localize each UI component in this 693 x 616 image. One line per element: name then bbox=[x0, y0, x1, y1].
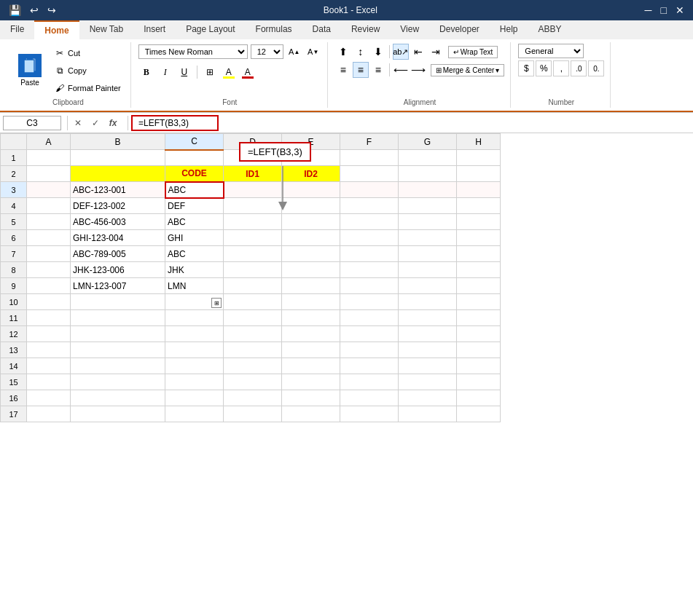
col-header-f[interactable]: F bbox=[340, 134, 399, 150]
cell-a7[interactable] bbox=[27, 246, 71, 262]
cell-c6[interactable]: GHI bbox=[165, 230, 224, 246]
col-header-e[interactable]: E bbox=[282, 134, 340, 150]
fill-color-button[interactable]: A bbox=[221, 64, 237, 80]
cell-d4[interactable] bbox=[224, 198, 282, 214]
cell-d7[interactable] bbox=[224, 246, 282, 262]
insert-function-button[interactable]: fx bbox=[106, 116, 120, 130]
col-header-g[interactable]: G bbox=[399, 134, 457, 150]
cell-a6[interactable] bbox=[27, 230, 71, 246]
border-button[interactable]: ⊞ bbox=[202, 64, 218, 80]
col-header-h[interactable]: H bbox=[457, 134, 501, 150]
cell-b3[interactable]: ABC-123-001 bbox=[71, 182, 165, 198]
text-direction-button[interactable]: ab↗ bbox=[393, 44, 409, 60]
tab-abby[interactable]: ABBY bbox=[528, 20, 572, 39]
cell-h1[interactable] bbox=[457, 150, 501, 166]
cell-h5[interactable] bbox=[457, 214, 501, 230]
cell-e10[interactable] bbox=[282, 294, 340, 310]
decrease-decimal-button[interactable]: 0. bbox=[588, 60, 604, 76]
copy-button[interactable]: ⧉ Copy bbox=[50, 63, 125, 79]
cell-b5[interactable]: ABC-456-003 bbox=[71, 214, 165, 230]
tab-page-layout[interactable]: Page Layout bbox=[176, 20, 245, 39]
align-right-button[interactable]: ≡ bbox=[370, 62, 386, 78]
align-top-button[interactable]: ⬆ bbox=[335, 44, 351, 60]
number-format-select[interactable]: General bbox=[518, 44, 584, 58]
cell-h10[interactable] bbox=[457, 294, 501, 310]
autofill-icon[interactable]: ⊞ bbox=[211, 298, 222, 308]
cell-e2[interactable]: ID2 bbox=[282, 166, 340, 182]
indent-decrease-button[interactable]: ⇤ bbox=[410, 44, 426, 60]
cell-f1[interactable] bbox=[340, 150, 399, 166]
cell-d1[interactable] bbox=[224, 150, 282, 166]
cell-c2[interactable]: CODE bbox=[165, 166, 224, 182]
cell-c10[interactable]: ⊞ bbox=[165, 294, 224, 310]
outdent-button[interactable]: ⟵ bbox=[393, 62, 409, 78]
cell-a2[interactable] bbox=[27, 166, 71, 182]
tab-data[interactable]: Data bbox=[302, 20, 341, 39]
tab-formulas[interactable]: Formulas bbox=[246, 20, 302, 39]
cell-f9[interactable] bbox=[340, 278, 399, 294]
cut-button[interactable]: ✂ Cut bbox=[50, 45, 125, 61]
redo-button[interactable]: ↪ bbox=[44, 3, 59, 17]
cell-c5[interactable]: ABC bbox=[165, 214, 224, 230]
align-bottom-button[interactable]: ⬇ bbox=[370, 44, 386, 60]
cell-c8[interactable]: JHK bbox=[165, 262, 224, 278]
tab-new-tab[interactable]: New Tab bbox=[79, 20, 133, 39]
dollar-button[interactable]: $ bbox=[518, 60, 534, 76]
align-left-button[interactable]: ≡ bbox=[335, 62, 351, 78]
cell-c1[interactable] bbox=[165, 150, 224, 166]
cell-g7[interactable] bbox=[399, 246, 457, 262]
cell-g6[interactable] bbox=[399, 230, 457, 246]
cell-d5[interactable] bbox=[224, 214, 282, 230]
cell-g4[interactable] bbox=[399, 198, 457, 214]
align-center-button[interactable]: ≡ bbox=[353, 62, 369, 78]
name-box[interactable] bbox=[3, 116, 61, 130]
cell-g3[interactable] bbox=[399, 182, 457, 198]
save-button[interactable]: 💾 bbox=[6, 3, 24, 17]
spreadsheet-container[interactable]: A B C D E F G H 1 bbox=[0, 133, 693, 616]
merge-dropdown-icon[interactable]: ▾ bbox=[496, 66, 499, 74]
cell-b6[interactable]: GHI-123-004 bbox=[71, 230, 165, 246]
tab-insert[interactable]: Insert bbox=[133, 20, 176, 39]
cell-g8[interactable] bbox=[399, 262, 457, 278]
tab-home[interactable]: Home bbox=[34, 20, 79, 39]
cell-h6[interactable] bbox=[457, 230, 501, 246]
rtl-button[interactable]: ⟶ bbox=[410, 62, 426, 78]
cell-e8[interactable] bbox=[282, 262, 340, 278]
col-header-d[interactable]: D bbox=[224, 134, 282, 150]
cell-c3[interactable]: ABC bbox=[165, 182, 224, 198]
cell-g1[interactable] bbox=[399, 150, 457, 166]
formula-input[interactable]: =LEFT(B3,3) bbox=[131, 115, 219, 131]
font-grow-button[interactable]: A▲ bbox=[286, 44, 302, 60]
merge-center-button[interactable]: ⊞ Merge & Center ▾ bbox=[431, 64, 505, 76]
underline-button[interactable]: U bbox=[176, 64, 192, 80]
align-middle-button[interactable]: ↕ bbox=[353, 44, 369, 60]
cell-f6[interactable] bbox=[340, 230, 399, 246]
cell-h4[interactable] bbox=[457, 198, 501, 214]
cell-a3[interactable] bbox=[27, 182, 71, 198]
col-header-c[interactable]: C bbox=[165, 134, 224, 150]
confirm-formula-button[interactable]: ✓ bbox=[88, 116, 103, 130]
cell-b1[interactable] bbox=[71, 150, 165, 166]
cell-g2[interactable] bbox=[399, 166, 457, 182]
cell-e6[interactable] bbox=[282, 230, 340, 246]
cell-e7[interactable] bbox=[282, 246, 340, 262]
tab-file[interactable]: File bbox=[0, 20, 34, 39]
cell-b7[interactable]: ABC-789-005 bbox=[71, 246, 165, 262]
cell-e9[interactable] bbox=[282, 278, 340, 294]
cell-b8[interactable]: JHK-123-006 bbox=[71, 262, 165, 278]
font-shrink-button[interactable]: A▼ bbox=[305, 44, 321, 60]
cell-d9[interactable] bbox=[224, 278, 282, 294]
cell-b2[interactable] bbox=[71, 166, 165, 182]
paste-button[interactable]: Paste bbox=[12, 50, 48, 90]
cell-d3[interactable] bbox=[224, 182, 282, 198]
minimize-button[interactable]: ─ bbox=[642, 3, 655, 17]
italic-button[interactable]: I bbox=[157, 64, 173, 80]
cell-g9[interactable] bbox=[399, 278, 457, 294]
increase-decimal-button[interactable]: .0 bbox=[571, 60, 587, 76]
cell-e5[interactable] bbox=[282, 214, 340, 230]
cell-a10[interactable] bbox=[27, 294, 71, 310]
cell-h2[interactable] bbox=[457, 166, 501, 182]
cell-h9[interactable] bbox=[457, 278, 501, 294]
col-header-b[interactable]: B bbox=[71, 134, 165, 150]
cell-d6[interactable] bbox=[224, 230, 282, 246]
